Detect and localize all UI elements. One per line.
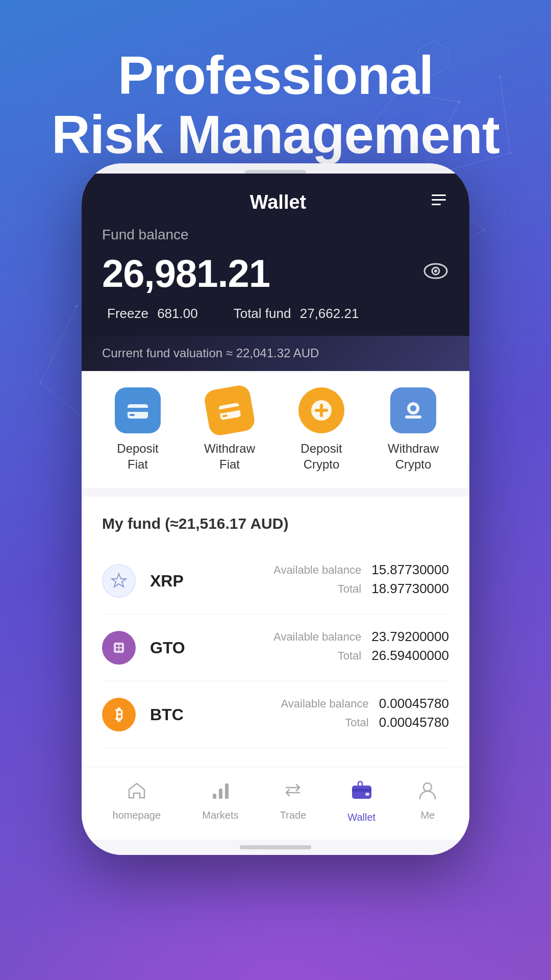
menu-icon[interactable] [429, 190, 449, 214]
svg-marker-41 [112, 574, 126, 587]
svg-rect-44 [119, 645, 122, 647]
nav-markets[interactable]: Markets [202, 779, 238, 823]
deposit-crypto-label: DepositCrypto [300, 440, 342, 472]
deposit-crypto-button[interactable]: DepositCrypto [286, 387, 357, 472]
withdraw-crypto-button[interactable]: WithdrawCrypto [378, 387, 449, 472]
xrp-symbol: XRP [150, 572, 273, 591]
gto-available-row: Available balance 23.79200000 [273, 629, 449, 645]
btc-total-row: Total 0.00045780 [281, 715, 449, 730]
svg-rect-47 [213, 794, 216, 799]
valuation-text: Current fund valuation ≈ 22,041.32 AUD [102, 346, 319, 360]
svg-rect-46 [119, 648, 122, 651]
svg-rect-45 [116, 648, 118, 651]
withdraw-crypto-icon [390, 387, 436, 433]
nav-wallet[interactable]: Wallet [347, 779, 375, 823]
btc-available-row: Available balance 0.00045780 [281, 696, 449, 712]
svg-rect-51 [352, 789, 371, 792]
btc-total-label: Total [345, 716, 368, 729]
wallet-header: Wallet Fund balance 26,981.21 [82, 174, 469, 336]
xrp-available-value: 15.87730000 [371, 562, 449, 578]
svg-rect-42 [114, 643, 124, 653]
xrp-total-label: Total [338, 582, 361, 596]
deposit-fiat-icon [115, 387, 161, 433]
me-icon [417, 779, 438, 805]
nav-homepage[interactable]: homepage [113, 779, 161, 823]
homepage-icon [126, 779, 147, 805]
gto-symbol: GTO [150, 639, 273, 657]
eye-icon[interactable] [422, 262, 449, 285]
svg-rect-30 [128, 408, 148, 412]
withdraw-fiat-button[interactable]: WithdrawFiat [194, 387, 265, 472]
gto-total-label: Total [338, 649, 361, 663]
withdraw-fiat-icon [203, 384, 256, 437]
svg-point-40 [410, 405, 416, 411]
my-fund-section: My fund (≈21,516.17 AUD) XRP Available b… [82, 497, 469, 767]
freeze-detail: Freeze 681.00 [102, 306, 198, 322]
svg-point-2 [484, 229, 486, 231]
markets-icon [210, 779, 231, 805]
nav-trade[interactable]: Trade [280, 779, 307, 823]
svg-point-28 [434, 270, 437, 273]
xrp-total-value: 18.97730000 [371, 581, 449, 597]
section-separator [82, 489, 469, 497]
svg-point-53 [423, 783, 432, 791]
wallet-title-row: Wallet [102, 190, 449, 214]
hero-title: Professional Risk Management [0, 46, 551, 164]
wallet-nav-icon [350, 779, 373, 807]
svg-rect-24 [432, 199, 446, 201]
action-buttons-row: DepositFiat WithdrawFiat D [82, 371, 469, 489]
xrp-total-row: Total 18.97730000 [273, 581, 449, 597]
me-label: Me [420, 810, 435, 821]
withdraw-fiat-label: WithdrawFiat [204, 440, 255, 472]
gto-available-value: 23.79200000 [371, 629, 449, 645]
fund-details-row: Freeze 681.00 Total fund 27,662.21 [102, 306, 449, 336]
svg-rect-43 [116, 645, 118, 647]
phone-top-bar [82, 163, 469, 174]
btc-symbol: BTC [150, 705, 281, 724]
svg-rect-23 [432, 194, 446, 196]
btc-icon: ₿ [102, 698, 136, 731]
asset-btc[interactable]: ₿ BTC Available balance 0.00045780 Total… [102, 681, 449, 748]
svg-rect-48 [219, 789, 222, 799]
btc-available-label: Available balance [281, 697, 369, 710]
nav-me[interactable]: Me [417, 779, 438, 823]
markets-label: Markets [202, 810, 238, 821]
withdraw-crypto-label: WithdrawCrypto [388, 440, 439, 472]
bottom-nav: homepage Markets Trade [82, 767, 469, 840]
xrp-available-label: Available balance [273, 564, 361, 577]
gto-icon [102, 631, 136, 665]
svg-point-8 [75, 305, 78, 308]
fund-amount: 26,981.21 [102, 251, 270, 296]
deposit-fiat-button[interactable]: DepositFiat [102, 387, 173, 472]
btc-total-value: 0.00045780 [379, 715, 449, 730]
asset-xrp[interactable]: XRP Available balance 15.87730000 Total … [102, 548, 449, 615]
trade-label: Trade [280, 810, 307, 821]
phone-mockup: Wallet Fund balance 26,981.21 [82, 163, 469, 855]
asset-gto[interactable]: GTO Available balance 23.79200000 Total … [102, 615, 449, 681]
xrp-available-row: Available balance 15.87730000 [273, 562, 449, 578]
valuation-bar: Current fund valuation ≈ 22,041.32 AUD [82, 336, 469, 371]
svg-rect-52 [365, 793, 369, 796]
phone-bottom [82, 840, 469, 855]
svg-point-9 [40, 382, 42, 384]
deposit-fiat-label: DepositFiat [117, 440, 158, 472]
gto-total-row: Total 26.59400000 [273, 648, 449, 664]
xrp-balances: Available balance 15.87730000 Total 18.9… [273, 562, 449, 600]
wallet-title: Wallet [128, 191, 429, 213]
svg-rect-50 [352, 786, 371, 799]
svg-rect-39 [405, 415, 421, 419]
fund-amount-row: 26,981.21 [102, 251, 449, 296]
svg-rect-25 [432, 204, 441, 205]
btc-available-value: 0.00045780 [379, 696, 449, 712]
svg-rect-37 [315, 409, 328, 412]
svg-rect-49 [225, 783, 229, 799]
my-fund-title: My fund (≈21,516.17 AUD) [102, 515, 449, 532]
total-fund-detail: Total fund 27,662.21 [229, 306, 359, 322]
gto-balances: Available balance 23.79200000 Total 26.5… [273, 629, 449, 667]
svg-marker-22 [36, 357, 66, 391]
fund-balance-label: Fund balance [102, 227, 449, 243]
trade-icon [282, 779, 304, 805]
deposit-crypto-icon [298, 387, 344, 433]
svg-line-18 [41, 306, 77, 383]
homepage-label: homepage [113, 810, 161, 821]
